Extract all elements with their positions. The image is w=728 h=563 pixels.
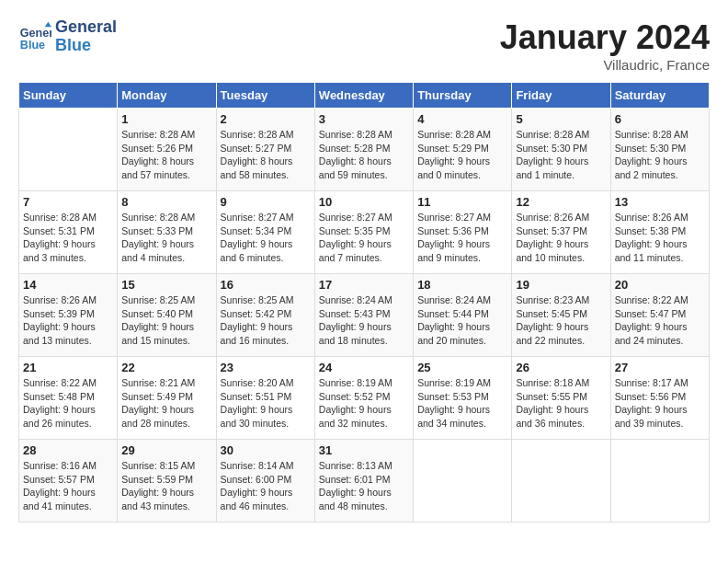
header-sunday: Sunday (19, 83, 118, 109)
day-number: 7 (23, 195, 113, 209)
day-info: Sunrise: 8:21 AMSunset: 5:49 PMDaylight:… (121, 376, 211, 431)
calendar-week-3: 21Sunrise: 8:22 AMSunset: 5:48 PMDayligh… (19, 357, 710, 440)
day-info: Sunrise: 8:28 AMSunset: 5:33 PMDaylight:… (121, 211, 211, 265)
day-info: Sunrise: 8:19 AMSunset: 5:53 PMDaylight:… (417, 376, 507, 431)
day-info: Sunrise: 8:28 AMSunset: 5:30 PMDaylight:… (615, 128, 705, 182)
day-info: Sunrise: 8:24 AMSunset: 5:44 PMDaylight:… (417, 293, 507, 348)
day-info: Sunrise: 8:28 AMSunset: 5:31 PMDaylight:… (23, 211, 113, 265)
calendar-cell: 27Sunrise: 8:17 AMSunset: 5:56 PMDayligh… (610, 357, 709, 440)
day-number: 25 (417, 361, 507, 374)
day-info: Sunrise: 8:28 AMSunset: 5:28 PMDaylight:… (319, 128, 409, 182)
calendar-header: Sunday Monday Tuesday Wednesday Thursday… (19, 83, 710, 109)
day-number: 16 (221, 278, 311, 292)
day-number: 21 (23, 361, 113, 374)
day-info: Sunrise: 8:28 AMSunset: 5:30 PMDaylight:… (516, 128, 606, 182)
day-number: 3 (319, 112, 409, 126)
day-number: 9 (221, 195, 311, 209)
calendar-cell (610, 440, 709, 523)
day-number: 31 (319, 443, 409, 457)
calendar-cell: 6Sunrise: 8:28 AMSunset: 5:30 PMDaylight… (610, 109, 709, 191)
day-info: Sunrise: 8:25 AMSunset: 5:40 PMDaylight:… (121, 293, 211, 348)
header-thursday: Thursday (414, 83, 512, 109)
month-title: January 2024 (500, 18, 710, 57)
calendar-cell: 1Sunrise: 8:28 AMSunset: 5:26 PMDaylight… (118, 109, 216, 191)
day-number: 19 (516, 278, 606, 292)
location: Villaudric, France (500, 57, 710, 73)
calendar-week-4: 28Sunrise: 8:16 AMSunset: 5:57 PMDayligh… (19, 440, 710, 523)
day-info: Sunrise: 8:28 AMSunset: 5:27 PMDaylight:… (221, 128, 311, 182)
calendar-week-2: 14Sunrise: 8:26 AMSunset: 5:39 PMDayligh… (19, 274, 710, 357)
day-number: 10 (319, 195, 409, 209)
calendar-cell: 23Sunrise: 8:20 AMSunset: 5:51 PMDayligh… (216, 357, 314, 440)
day-number: 20 (615, 278, 705, 292)
day-info: Sunrise: 8:26 AMSunset: 5:37 PMDaylight:… (516, 211, 606, 265)
calendar-cell: 16Sunrise: 8:25 AMSunset: 5:42 PMDayligh… (216, 274, 314, 357)
day-number: 2 (221, 112, 311, 126)
calendar-cell: 21Sunrise: 8:22 AMSunset: 5:48 PMDayligh… (19, 357, 118, 440)
header-wednesday: Wednesday (314, 83, 413, 109)
calendar-cell: 9Sunrise: 8:27 AMSunset: 5:34 PMDaylight… (216, 191, 314, 274)
day-info: Sunrise: 8:22 AMSunset: 5:47 PMDaylight:… (615, 293, 705, 348)
header-row: Sunday Monday Tuesday Wednesday Thursday… (19, 83, 710, 109)
day-number: 11 (417, 195, 507, 209)
day-info: Sunrise: 8:18 AMSunset: 5:55 PMDaylight:… (516, 376, 606, 431)
day-info: Sunrise: 8:28 AMSunset: 5:29 PMDaylight:… (417, 128, 507, 182)
day-number: 6 (615, 112, 705, 126)
calendar-cell (414, 440, 512, 523)
calendar-cell: 25Sunrise: 8:19 AMSunset: 5:53 PMDayligh… (414, 357, 512, 440)
day-number: 22 (121, 361, 211, 374)
calendar-cell: 24Sunrise: 8:19 AMSunset: 5:52 PMDayligh… (314, 357, 413, 440)
day-number: 17 (319, 278, 409, 292)
day-number: 14 (23, 278, 113, 292)
day-number: 23 (221, 361, 311, 374)
calendar-cell: 2Sunrise: 8:28 AMSunset: 5:27 PMDaylight… (216, 109, 314, 191)
day-info: Sunrise: 8:27 AMSunset: 5:36 PMDaylight:… (417, 211, 507, 265)
day-info: Sunrise: 8:14 AMSunset: 6:00 PMDaylight:… (221, 459, 311, 513)
day-info: Sunrise: 8:23 AMSunset: 5:45 PMDaylight:… (516, 293, 606, 348)
calendar-body: 1Sunrise: 8:28 AMSunset: 5:26 PMDaylight… (19, 109, 710, 523)
day-number: 13 (615, 195, 705, 209)
logo: General Blue General Blue (18, 18, 117, 55)
day-number: 24 (319, 361, 409, 374)
day-number: 15 (121, 278, 211, 292)
svg-text:Blue: Blue (20, 38, 45, 51)
day-number: 12 (516, 195, 606, 209)
calendar-cell: 4Sunrise: 8:28 AMSunset: 5:29 PMDaylight… (414, 109, 512, 191)
day-info: Sunrise: 8:17 AMSunset: 5:56 PMDaylight:… (615, 376, 705, 431)
calendar-week-0: 1Sunrise: 8:28 AMSunset: 5:26 PMDaylight… (19, 109, 710, 191)
calendar-cell: 30Sunrise: 8:14 AMSunset: 6:00 PMDayligh… (216, 440, 314, 523)
calendar-cell: 3Sunrise: 8:28 AMSunset: 5:28 PMDaylight… (314, 109, 413, 191)
day-info: Sunrise: 8:22 AMSunset: 5:48 PMDaylight:… (23, 376, 113, 431)
calendar-cell: 14Sunrise: 8:26 AMSunset: 5:39 PMDayligh… (19, 274, 118, 357)
day-info: Sunrise: 8:27 AMSunset: 5:35 PMDaylight:… (319, 211, 409, 265)
calendar-cell: 10Sunrise: 8:27 AMSunset: 5:35 PMDayligh… (314, 191, 413, 274)
day-info: Sunrise: 8:13 AMSunset: 6:01 PMDaylight:… (319, 459, 409, 513)
logo-text: General Blue (55, 18, 117, 55)
svg-marker-2 (45, 22, 51, 27)
day-info: Sunrise: 8:24 AMSunset: 5:43 PMDaylight:… (319, 293, 409, 348)
calendar-cell: 17Sunrise: 8:24 AMSunset: 5:43 PMDayligh… (314, 274, 413, 357)
calendar-cell: 22Sunrise: 8:21 AMSunset: 5:49 PMDayligh… (118, 357, 216, 440)
calendar-cell: 26Sunrise: 8:18 AMSunset: 5:55 PMDayligh… (512, 357, 610, 440)
calendar-cell (512, 440, 610, 523)
calendar-cell: 29Sunrise: 8:15 AMSunset: 5:59 PMDayligh… (118, 440, 216, 523)
calendar-week-1: 7Sunrise: 8:28 AMSunset: 5:31 PMDaylight… (19, 191, 710, 274)
day-number: 8 (121, 195, 211, 209)
title-section: January 2024 Villaudric, France (500, 18, 710, 73)
header-saturday: Saturday (610, 83, 709, 109)
day-number: 18 (417, 278, 507, 292)
day-info: Sunrise: 8:26 AMSunset: 5:39 PMDaylight:… (23, 293, 113, 348)
day-number: 1 (121, 112, 211, 126)
calendar-cell (19, 109, 118, 191)
header-friday: Friday (512, 83, 610, 109)
calendar-cell: 19Sunrise: 8:23 AMSunset: 5:45 PMDayligh… (512, 274, 610, 357)
calendar-cell: 7Sunrise: 8:28 AMSunset: 5:31 PMDaylight… (19, 191, 118, 274)
logo-icon: General Blue (18, 20, 51, 53)
day-number: 30 (221, 443, 311, 457)
calendar-cell: 18Sunrise: 8:24 AMSunset: 5:44 PMDayligh… (414, 274, 512, 357)
header-tuesday: Tuesday (216, 83, 314, 109)
calendar-cell: 13Sunrise: 8:26 AMSunset: 5:38 PMDayligh… (610, 191, 709, 274)
day-number: 29 (121, 443, 211, 457)
day-info: Sunrise: 8:15 AMSunset: 5:59 PMDaylight:… (121, 459, 211, 513)
day-info: Sunrise: 8:20 AMSunset: 5:51 PMDaylight:… (221, 376, 311, 431)
